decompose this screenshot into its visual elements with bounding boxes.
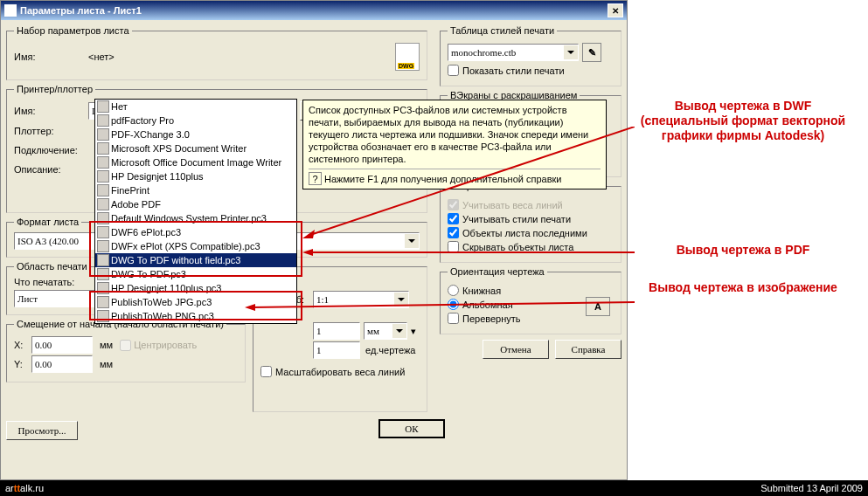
- annotation-dwf: Вывод чертежа в DWF (специальный формат …: [629, 99, 857, 143]
- scale-select[interactable]: 1:1: [313, 291, 409, 308]
- dd-item[interactable]: PublishToWeb PNG.pc3: [95, 309, 296, 323]
- help-button[interactable]: Справка: [555, 340, 621, 359]
- plotter-label: Плоттер:: [14, 126, 88, 136]
- style-table-select[interactable]: monochrome.ctb: [448, 44, 579, 61]
- opt2-label: Учитывать стили печати: [462, 214, 571, 224]
- opt4-checkbox[interactable]: [448, 241, 459, 252]
- center-checkbox[interactable]: [120, 340, 131, 351]
- dd-item[interactable]: HP Designjet 110plus.pc3: [95, 281, 296, 295]
- scale-weights-checkbox[interactable]: [260, 366, 272, 377]
- offset-group: Смещение от начала (начало области печат…: [6, 319, 246, 382]
- options-group: Опции печати Учитывать веса линий Учитыв…: [440, 181, 621, 263]
- portrait-radio[interactable]: [448, 285, 459, 296]
- annotation-pdf: Вывод чертежа в PDF: [629, 243, 857, 258]
- app-icon: [4, 4, 17, 17]
- style-table-legend: Таблица стилей печати: [448, 25, 557, 36]
- portrait-label: Книжная: [462, 286, 501, 296]
- dd-item[interactable]: PublishToWeb JPG.pc3: [95, 295, 296, 309]
- annotation-image: Вывод чертежа в изображение: [629, 280, 857, 295]
- landscape-label: Альбомная: [462, 300, 513, 310]
- orientation-legend: Ориентация чертежа: [448, 266, 547, 277]
- opt1-label: Учитывать веса линий: [462, 200, 563, 210]
- dd-item[interactable]: PDF-XChange 3.0: [95, 127, 296, 141]
- style-table-group: Таблица стилей печати monochrome.ctb ✎ П…: [440, 25, 621, 86]
- tooltip-body: Список доступных PC3-файлов или системны…: [309, 104, 601, 165]
- offset-y-label: Y:: [14, 359, 31, 369]
- pencil-icon[interactable]: ✎: [582, 43, 601, 62]
- help-icon: ?: [309, 172, 322, 185]
- dd-item[interactable]: Нет: [95, 100, 296, 114]
- window-title: Параметры листа - Лист1: [20, 5, 608, 16]
- dd-item[interactable]: Adobe PDF: [95, 197, 296, 211]
- printer-dropdown-list[interactable]: Нет pdfFactory Pro PDF-XChange 3.0 Micro…: [94, 99, 297, 324]
- opt3-checkbox[interactable]: [448, 227, 459, 238]
- offset-x-mm: мм: [100, 340, 113, 350]
- pageset-name-label: Имя:: [14, 52, 88, 62]
- opt4-label: Скрывать объекты листа: [462, 242, 573, 252]
- ok-button[interactable]: ОК: [378, 419, 445, 438]
- dd-item[interactable]: HP Designjet 110plus: [95, 169, 296, 183]
- dd-item[interactable]: DWG To PDF.pc3: [95, 267, 296, 281]
- opt3-label: Объекты листа последними: [462, 228, 587, 238]
- footer-date: Submitted 13 April 2009: [760, 483, 863, 493]
- scale-unit-label: ед.чертежа: [365, 345, 415, 355]
- center-label: Центрировать: [134, 340, 197, 350]
- help-tooltip: Список доступных PC3-файлов или системны…: [302, 100, 607, 189]
- landscape-radio[interactable]: [448, 299, 459, 310]
- preview-button[interactable]: Просмотр...: [6, 421, 78, 440]
- dd-item[interactable]: DWFx ePlot (XPS Compatible).pc3: [95, 239, 296, 253]
- footer-logo: arttalk.ru: [5, 483, 760, 493]
- upside-label: Перевернуть: [462, 313, 521, 324]
- dd-item[interactable]: Microsoft Office Document Image Writer: [95, 155, 296, 169]
- offset-x-label: X:: [14, 340, 31, 350]
- dd-item[interactable]: FinePrint: [95, 183, 296, 197]
- upside-checkbox[interactable]: [448, 313, 459, 324]
- offset-y-mm: мм: [100, 359, 113, 369]
- dd-item[interactable]: DWF6 ePlot.pc3: [95, 225, 296, 239]
- page-set-group: Набор параметров листа Имя: <нет>: [6, 25, 427, 80]
- annotations-pane: Вывод чертежа в DWF (специальный формат …: [629, 0, 868, 480]
- tooltip-help-text: Нажмите F1 для получения дополнительной …: [324, 174, 562, 184]
- opt2-checkbox[interactable]: [448, 213, 459, 224]
- scale-den-input[interactable]: [313, 341, 360, 359]
- footer-bar: arttalk.ru Submitted 13 April 2009: [0, 480, 868, 496]
- plot-area-legend: Область печати: [14, 261, 90, 272]
- scale-num-input[interactable]: [313, 322, 360, 340]
- show-styles-checkbox[interactable]: [448, 65, 459, 76]
- scale-unit-select[interactable]: мм: [364, 322, 407, 340]
- dd-item[interactable]: Microsoft XPS Document Writer: [95, 141, 296, 155]
- offset-y-input[interactable]: [31, 355, 93, 373]
- paper-size-legend: Формат листа: [14, 217, 81, 227]
- printer-name-label: Имя:: [14, 106, 88, 116]
- page-set-legend: Набор параметров листа: [14, 25, 132, 36]
- cancel-button[interactable]: Отмена: [483, 340, 549, 359]
- connection-label: Подключение:: [14, 145, 88, 155]
- opt1-checkbox: [448, 199, 459, 210]
- dd-item[interactable]: pdfFactory Pro: [95, 114, 296, 127]
- scale-weights-label: Масштабировать веса линий: [275, 367, 405, 377]
- orientation-preview-icon: A: [586, 297, 610, 316]
- close-button[interactable]: ✕: [608, 3, 623, 17]
- offset-x-input[interactable]: [31, 336, 93, 354]
- show-styles-label: Показать стили печати: [462, 65, 565, 76]
- orientation-group: Ориентация чертежа Книжная Альбомная Пер…: [440, 266, 621, 334]
- dd-item[interactable]: Default Windows System Printer.pc3: [95, 211, 296, 225]
- titlebar[interactable]: Параметры листа - Лист1 ✕: [1, 1, 627, 20]
- description-label: Описание:: [14, 164, 88, 175]
- printer-legend: Принтер/плоттер: [14, 84, 95, 94]
- dd-item-selected[interactable]: DWG To PDF without field.pc3: [95, 253, 296, 267]
- pageset-name-value: <нет>: [88, 52, 115, 62]
- dwg-icon: [395, 43, 420, 71]
